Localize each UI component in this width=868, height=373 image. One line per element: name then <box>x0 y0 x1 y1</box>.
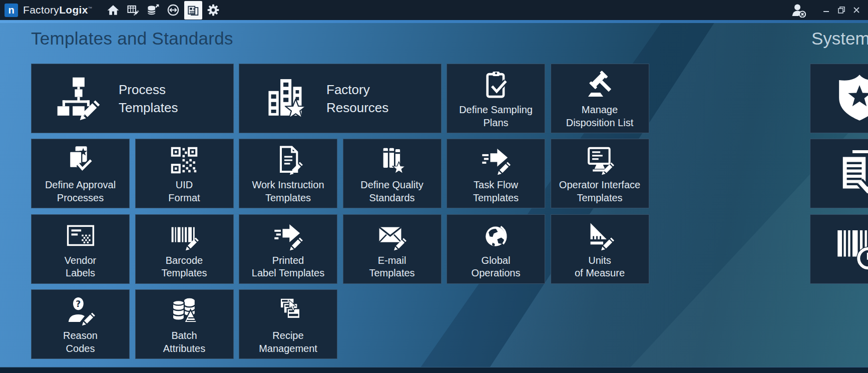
tile-email-templates[interactable]: E-mailTemplates <box>343 214 442 284</box>
tile-reason-codes[interactable]: ? ReasonCodes <box>31 289 130 359</box>
document-check-icon <box>835 148 868 199</box>
tile-label: Define QualityStandards <box>360 179 423 208</box>
tile-label: ProcessTemplates <box>119 81 178 117</box>
tile-label: Operator InterfaceTemplates <box>559 179 640 208</box>
arrow-pencil-icon <box>273 215 303 254</box>
set-square-pencil-icon <box>585 215 615 254</box>
bottom-edge-bar <box>0 367 868 373</box>
tile-process-templates[interactable]: ProcessTemplates <box>31 64 234 133</box>
tile-label: VendorLabels <box>65 254 96 283</box>
settings-gear-icon[interactable] <box>203 0 223 20</box>
tile-label: Unitsof Measure <box>575 254 625 283</box>
document-pencil-icon <box>273 139 303 179</box>
tile-label: GlobalOperations <box>472 254 521 283</box>
barcode-clock-icon <box>835 223 868 274</box>
factorylogix-window: { "colors":{"topbar_bg":"#131f2d","accen… <box>0 0 868 373</box>
tile-label: Define ApprovalProcesses <box>45 179 116 208</box>
restore-button[interactable] <box>835 4 848 17</box>
system-section <box>810 64 868 284</box>
top-bar: n FactoryLogix™ <box>0 0 868 20</box>
dispatch-icon[interactable] <box>163 0 183 20</box>
minimize-button[interactable] <box>820 4 833 17</box>
close-button[interactable] <box>850 4 863 17</box>
tile-system-security[interactable] <box>810 64 868 133</box>
label-qr-icon <box>66 215 96 254</box>
person-question-pencil-icon: ? <box>66 290 96 329</box>
tile-define-approval-processes[interactable]: Define ApprovalProcesses <box>31 139 130 208</box>
windows-stack-icon <box>273 290 303 329</box>
tile-label: PrintedLabel Templates <box>252 254 324 283</box>
tile-label: BarcodeTemplates <box>161 254 207 283</box>
tile-vendor-labels[interactable]: VendorLabels <box>31 214 130 284</box>
tile-system-document-check[interactable] <box>810 139 868 208</box>
home-icon[interactable] <box>103 0 123 20</box>
approval-documents-icon <box>66 139 96 179</box>
templates-grid: ProcessTemplates FactoryResources Define… <box>31 64 649 359</box>
tile-label: E-mailTemplates <box>369 254 414 283</box>
barcode-pencil-icon <box>169 215 199 254</box>
tile-system-barcode-history[interactable] <box>810 214 868 284</box>
tile-label: UIDFormat <box>168 179 200 208</box>
page-title: Templates and Standards <box>31 29 233 49</box>
svg-text:?: ? <box>76 299 81 309</box>
material-receive-icon[interactable] <box>143 0 163 20</box>
tile-label: FactoryResources <box>326 81 388 117</box>
brand-name: FactoryLogix™ <box>23 4 92 16</box>
accent-divider <box>0 20 868 23</box>
tile-recipe-management[interactable]: RecipeManagement <box>239 289 337 359</box>
gavel-icon <box>585 64 615 104</box>
user-logout-icon[interactable] <box>790 2 807 19</box>
clipboard-check-icon <box>481 64 511 104</box>
production-worksheet-icon[interactable] <box>123 0 143 20</box>
shield-star-icon <box>835 73 868 124</box>
tile-factory-resources[interactable]: FactoryResources <box>239 64 442 133</box>
qr-code-icon <box>169 139 199 179</box>
tile-printed-label-templates[interactable]: PrintedLabel Templates <box>239 214 337 284</box>
tile-batch-attributes[interactable]: BatchAttributes <box>135 289 234 359</box>
tile-units-of-measure[interactable]: Unitsof Measure <box>551 214 649 284</box>
arrow-pencil-icon <box>481 139 511 179</box>
tile-label: BatchAttributes <box>163 329 205 358</box>
tile-manage-disposition-list[interactable]: ManageDisposition List <box>551 64 649 133</box>
tile-label: ManageDisposition List <box>566 104 634 133</box>
monitor-pencil-icon <box>585 139 615 179</box>
books-star-icon <box>377 139 407 179</box>
factory-star-icon <box>264 77 308 121</box>
flowchart-pencil-icon <box>57 77 101 121</box>
tile-operator-interface-templates[interactable]: Operator InterfaceTemplates <box>551 139 649 208</box>
tile-label: Define SamplingPlans <box>459 104 533 133</box>
tile-define-sampling-plans[interactable]: Define SamplingPlans <box>447 64 545 133</box>
tile-barcode-templates[interactable]: BarcodeTemplates <box>135 214 234 284</box>
tile-task-flow-templates[interactable]: Task FlowTemplates <box>447 139 545 208</box>
tile-define-quality-standards[interactable]: Define QualityStandards <box>343 139 442 208</box>
main-nav <box>103 0 223 20</box>
system-section-title: System <box>811 29 868 49</box>
factorylogix-logo: n <box>5 4 18 17</box>
tile-label: Task FlowTemplates <box>473 179 519 208</box>
window-controls <box>790 2 863 19</box>
tile-label: Work InstructionTemplates <box>252 179 324 208</box>
globe-icon <box>481 215 511 254</box>
tile-label: RecipeManagement <box>259 329 317 358</box>
tile-label: ReasonCodes <box>63 329 98 358</box>
envelope-pencil-icon <box>377 215 407 254</box>
tile-uid-format[interactable]: UIDFormat <box>135 139 234 208</box>
templates-and-standards-icon[interactable] <box>184 1 202 20</box>
database-funnel-icon <box>169 290 199 329</box>
tile-global-operations[interactable]: GlobalOperations <box>447 214 545 284</box>
tile-work-instruction-templates[interactable]: Work InstructionTemplates <box>239 139 337 208</box>
